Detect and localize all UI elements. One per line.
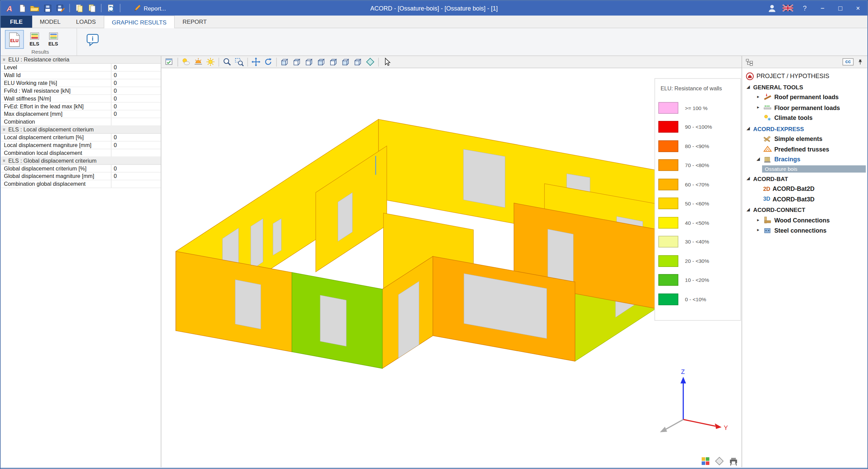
zoom-window-icon[interactable] xyxy=(234,56,245,68)
tree-item-simple-elements[interactable]: Simple elements xyxy=(742,134,867,144)
property-row[interactable]: Local displacement criterium [%] 0 xyxy=(1,134,161,142)
property-row[interactable]: Max displacement [mm] 0 xyxy=(1,110,161,118)
legend-color-swatch xyxy=(658,293,678,305)
close-button[interactable]: × xyxy=(852,2,864,14)
window-opening[interactable] xyxy=(463,149,505,208)
view-left-icon[interactable] xyxy=(303,56,315,68)
svg-text:i: i xyxy=(92,35,93,42)
copy-pages-icon[interactable] xyxy=(74,3,84,13)
view-front-icon[interactable] xyxy=(279,56,291,68)
window-opening[interactable] xyxy=(235,279,261,329)
tree-group-acord-connect[interactable]: ◢ ACORD-CONNECT xyxy=(742,205,867,215)
tree-item-steel-connections[interactable]: ▸ Steel connections xyxy=(742,225,867,235)
rotate-view-icon[interactable] xyxy=(262,56,274,68)
tree-group-acord-express[interactable]: ◢ ACORD-EXPRESS xyxy=(742,124,867,134)
tree-item-ossature-bois[interactable]: Ossature bois xyxy=(742,164,867,173)
expander-expanded-icon[interactable]: ◢ xyxy=(755,157,761,162)
property-row[interactable]: Combination global displacement xyxy=(1,180,161,188)
cc-button[interactable]: cc xyxy=(843,58,854,66)
window-opening[interactable] xyxy=(273,219,281,255)
property-row[interactable]: FvEd: Effort in the lead max [kN] 0 xyxy=(1,103,161,110)
property-row[interactable]: ELU Working rate [%] 0 xyxy=(1,79,161,87)
tree-item-climate-tools[interactable]: Climate tools xyxy=(742,113,867,123)
property-section-header[interactable]: » ELU : Resistance criteria xyxy=(1,56,161,64)
property-row[interactable]: Global displacement magniture [mm] 0 xyxy=(1,173,161,180)
view-iso-icon[interactable] xyxy=(364,56,376,68)
property-row[interactable]: Combination xyxy=(1,118,161,126)
property-row[interactable]: Combination local displacement xyxy=(1,149,161,157)
select-cursor-icon[interactable] xyxy=(381,56,392,68)
door-opening[interactable] xyxy=(399,281,419,358)
plot-icon[interactable] xyxy=(728,456,738,466)
maximize-button[interactable]: □ xyxy=(834,2,846,14)
model-3d-canvas[interactable]: Z Y ELU: Resistance of walls xyxy=(161,68,741,467)
tree-item-acord-bat2d[interactable]: 2D ACORD-Bat2D xyxy=(742,184,867,194)
minimize-button[interactable]: − xyxy=(816,2,829,14)
expander-collapsed-icon[interactable]: ▸ xyxy=(755,105,761,110)
tree-item-predefined-trusses[interactable]: Predefined trusses xyxy=(742,144,867,154)
language-flag-icon[interactable] xyxy=(782,3,793,13)
elu-results-button[interactable]: ELU xyxy=(5,30,24,49)
tree-group-general-tools[interactable]: ◢ GENERAL TOOLS xyxy=(742,82,867,92)
tree-item-floor-permanent-loads[interactable]: ▸ Floor permanent loads xyxy=(742,102,867,112)
sunrise-mode-icon[interactable] xyxy=(192,56,204,68)
expander-expanded-icon[interactable]: ◢ xyxy=(745,176,751,181)
sun-mode-icon[interactable] xyxy=(205,56,216,68)
tab-report[interactable]: REPORT xyxy=(175,16,215,28)
ribbon-group-caption: Results xyxy=(4,49,76,55)
capture-view-icon[interactable] xyxy=(164,56,175,68)
help-button[interactable]: ? xyxy=(799,2,811,14)
open-folder-icon[interactable] xyxy=(30,3,40,13)
save-as-icon[interactable] xyxy=(55,3,66,13)
tree-item-wood-connections[interactable]: ▸ Wood Connections xyxy=(742,215,867,225)
tree-group-acord-bat[interactable]: ◢ ACORD-BAT xyxy=(742,174,867,184)
tree-item-roof-permanent-loads[interactable]: ▸ Roof permanent loads xyxy=(742,92,867,102)
tab-file[interactable]: FILE xyxy=(1,16,32,28)
tab-loads[interactable]: LOADS xyxy=(68,16,104,28)
property-row[interactable]: Wall stiffness [N/m] 0 xyxy=(1,95,161,103)
expander-collapsed-icon[interactable]: ▸ xyxy=(755,228,761,233)
els-global-button[interactable]: ELS xyxy=(45,30,61,49)
expander-expanded-icon[interactable]: ◢ xyxy=(745,208,751,212)
expander-expanded-icon[interactable]: ◢ xyxy=(745,85,751,89)
info-button[interactable]: i xyxy=(82,30,103,51)
view-right-icon[interactable] xyxy=(316,56,327,68)
property-section-header[interactable]: » ELS : Local displacement criterium xyxy=(1,126,161,134)
material-icon[interactable] xyxy=(714,456,724,466)
expander-collapsed-icon[interactable]: ▸ xyxy=(755,218,761,222)
view-perspective-icon[interactable] xyxy=(352,56,364,68)
tree-item-bracings[interactable]: ◢ Bracings xyxy=(742,154,867,164)
report-button[interactable]: Report... xyxy=(129,3,171,13)
user-account-icon[interactable] xyxy=(767,3,777,13)
expander-expanded-icon[interactable]: ◢ xyxy=(745,126,751,131)
property-row[interactable]: Global displacement criterium [%] 0 xyxy=(1,165,161,173)
tab-model[interactable]: MODEL xyxy=(32,16,68,28)
property-section-header[interactable]: » ELS : Global displacement criterium xyxy=(1,157,161,165)
tree-item-project-hypothesis[interactable]: PROJECT / HYPOTHESIS xyxy=(742,71,867,81)
shadow-mode-icon[interactable] xyxy=(180,56,192,68)
tree-structure-icon[interactable] xyxy=(745,58,754,66)
view-bottom-icon[interactable] xyxy=(340,56,352,68)
pin-icon[interactable] xyxy=(856,58,865,66)
zoom-icon[interactable] xyxy=(221,56,233,68)
property-row[interactable]: Wall Id 0 xyxy=(1,72,161,79)
view-top-icon[interactable] xyxy=(328,56,339,68)
refresh-document-icon[interactable] xyxy=(105,3,116,13)
new-document-icon[interactable] xyxy=(17,3,27,13)
property-row[interactable]: Local displacement magniture [mm] 0 xyxy=(1,142,161,149)
pan-icon[interactable] xyxy=(250,56,262,68)
property-row[interactable]: FvRd : Wall resistance [kN] 0 xyxy=(1,87,161,95)
palette-icon[interactable] xyxy=(701,456,710,466)
tab-graphic-results[interactable]: GRAPHIC RESULTS xyxy=(104,16,175,29)
tree-item-acord-bat3d[interactable]: 3D ACORD-Bat3D xyxy=(742,194,867,204)
paste-pages-icon[interactable] xyxy=(87,3,97,13)
window-opening[interactable] xyxy=(320,295,346,346)
legend-color-swatch xyxy=(658,217,678,228)
expander-collapsed-icon[interactable]: ▸ xyxy=(755,95,761,100)
window-bottom-frame xyxy=(1,467,868,469)
els-local-button[interactable]: ELS xyxy=(26,30,43,49)
property-row[interactable]: Level 0 xyxy=(1,64,161,72)
window-opening[interactable] xyxy=(251,219,263,270)
view-back-icon[interactable] xyxy=(291,56,303,68)
save-icon[interactable] xyxy=(42,3,53,13)
